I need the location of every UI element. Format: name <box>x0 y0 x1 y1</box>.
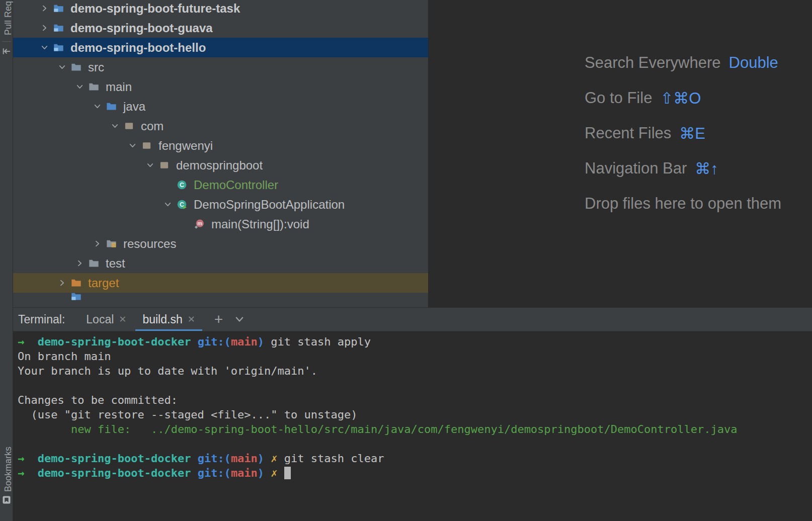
shortcut-keys: ⌘↑ <box>695 159 718 178</box>
folder-icon <box>89 258 106 269</box>
tree-row-main[interactable]: main <box>13 77 428 97</box>
resources-folder-icon <box>106 238 123 249</box>
chevron-down-icon[interactable] <box>141 161 159 169</box>
chevron-down-icon[interactable] <box>53 63 71 71</box>
term-seg-plain: git stash clear <box>284 452 384 465</box>
tree-row-test[interactable]: test <box>13 253 428 273</box>
chevron-right-icon[interactable] <box>53 279 71 287</box>
tree-row-label: demo-spring-boot-future-task <box>70 2 240 16</box>
chevron-down-icon[interactable] <box>123 141 141 150</box>
shortcut-label: Go to File <box>585 89 652 107</box>
close-icon[interactable]: ✕ <box>188 314 195 325</box>
tree-row-target[interactable]: target <box>13 273 428 293</box>
bookmarks-icon[interactable] <box>2 495 12 505</box>
term-seg-dirty: ✗ <box>271 452 284 465</box>
shortcut-hint: Drop files here to open them <box>585 186 781 221</box>
tree-row-fengwenyi[interactable]: fengwenyi <box>13 136 428 155</box>
tree-row-label: fengwenyi <box>158 139 213 153</box>
module-icon <box>71 293 88 300</box>
terminal-dropdown-button[interactable] <box>234 314 245 325</box>
term-seg-plain <box>191 452 197 465</box>
svg-text:C: C <box>180 182 184 189</box>
close-icon[interactable]: ✕ <box>119 314 126 325</box>
terminal-cursor[interactable] <box>284 467 291 479</box>
shortcut-label: Recent Files <box>585 124 671 142</box>
terminal-tab-build-sh[interactable]: build.sh✕ <box>134 308 203 331</box>
tree-row-java[interactable]: java <box>13 97 428 116</box>
tree-row-com[interactable]: com <box>13 116 428 136</box>
chevron-right-icon[interactable] <box>35 24 53 32</box>
chevron-right-icon[interactable] <box>70 259 89 268</box>
tab-label: build.sh <box>142 313 182 326</box>
terminal-tab-bar: Terminal: Local✕build.sh✕ + <box>13 307 812 331</box>
term-seg-dir: demo-spring-boot-docker <box>38 467 191 479</box>
module-icon <box>53 23 70 33</box>
terminal-line: Changes to be committed: <box>18 393 812 407</box>
class-icon: C <box>177 180 194 190</box>
shortcut-keys: ⌘E <box>679 124 705 143</box>
terminal-line: → demo-spring-boot-docker git:(main) ✗ g… <box>18 451 812 466</box>
tree-row-demospringboot[interactable]: demospringboot <box>13 155 428 175</box>
upper-area: demo-spring-boot-future-taskdemo-spring-… <box>13 0 812 307</box>
chevron-down-icon[interactable] <box>70 82 89 91</box>
tree-row-label: java <box>123 100 145 114</box>
new-terminal-button[interactable]: + <box>214 312 223 327</box>
tree-row-demospringbootapplication[interactable]: CDemoSpringBootApplication <box>13 195 428 214</box>
chevron-down-icon[interactable] <box>88 102 106 111</box>
svg-text:m: m <box>197 220 202 226</box>
dock-arrow-icon[interactable] <box>2 46 12 56</box>
term-seg-branch: main <box>231 335 258 348</box>
terminal-tab-local[interactable]: Local✕ <box>78 308 134 331</box>
toolwindow-button-pull-requests[interactable]: Pull Req <box>3 1 14 35</box>
tree-row-label: target <box>88 276 119 290</box>
strip-divider <box>2 41 11 42</box>
prompt-arrow: → <box>18 467 38 479</box>
tree-row-demo-spring-boot-future-task[interactable]: demo-spring-boot-future-task <box>13 0 428 18</box>
editor-empty-state: Search EverywhereDoubleGo to File⇧⌘ORece… <box>429 0 812 307</box>
left-toolwindow-strip: Pull Req Bookmarks <box>0 0 13 521</box>
terminal-line: → demo-spring-boot-docker git:(main) ✗ <box>18 466 812 480</box>
tree-row-resources[interactable]: resources <box>13 234 428 253</box>
package-icon <box>141 140 158 151</box>
ide-window: Pull Req Bookmarks demo-spring-boot-futu… <box>0 0 812 521</box>
term-seg-dirty: ✗ <box>271 467 284 479</box>
terminal-line: On branch main <box>18 349 812 364</box>
folder-icon <box>89 81 106 92</box>
chevron-down-icon[interactable] <box>106 122 124 130</box>
shortcut-hints: Search EverywhereDoubleGo to File⇧⌘ORece… <box>585 45 781 221</box>
module-icon <box>53 3 70 14</box>
term-seg-plain: git stash apply <box>271 335 371 348</box>
chevron-right-icon[interactable] <box>35 4 53 13</box>
tree-row-demo-spring-boot-guava[interactable]: demo-spring-boot-guava <box>13 18 428 38</box>
prompt-arrow: → <box>18 452 38 465</box>
shortcut-label: Navigation Bar <box>585 159 687 178</box>
term-seg-plain <box>191 467 197 479</box>
terminal-line: new file: ../demo-spring-boot-hello/src/… <box>18 422 812 437</box>
tree-row-demo-spring-boot-hello[interactable]: demo-spring-boot-hello <box>13 38 428 57</box>
term-seg-git: ) <box>258 467 271 479</box>
chevron-down-icon[interactable] <box>158 200 177 209</box>
terminal-output[interactable]: → demo-spring-boot-docker git:(main) git… <box>13 331 812 521</box>
shortcut-keys: ⇧⌘O <box>660 89 701 108</box>
term-seg-branch: main <box>231 452 258 465</box>
tree-row-label: test <box>106 256 125 271</box>
package-icon <box>124 121 141 131</box>
tree-row-src[interactable]: src <box>13 57 428 77</box>
chevron-right-icon[interactable] <box>88 239 106 248</box>
tree-row-label: demo-spring-boot-guava <box>70 21 213 35</box>
term-seg-plain: (use "git restore --staged <file>..." to… <box>18 408 358 421</box>
excluded-folder-icon <box>71 278 88 288</box>
tree-row-democontroller[interactable]: CDemoController <box>13 175 428 195</box>
toolwindow-button-bookmarks[interactable]: Bookmarks <box>3 447 14 492</box>
package-icon <box>159 160 176 170</box>
term-seg-dir: demo-spring-boot-docker <box>38 335 191 348</box>
term-seg-git: ) <box>258 452 271 465</box>
tree-row-label: demo-spring-boot-hello <box>70 41 206 55</box>
chevron-down-icon[interactable] <box>35 43 53 52</box>
terminal-panel: Terminal: Local✕build.sh✕ + → demo-sprin… <box>13 307 812 521</box>
term-seg-dir: demo-spring-boot-docker <box>38 452 191 465</box>
term-seg-plain: Your branch is up to date with 'origin/m… <box>18 365 317 377</box>
term-seg-git: ) <box>258 335 271 348</box>
tree-row-main-string-void[interactable]: mmain(String[]):void <box>13 214 428 234</box>
tree-row-partial[interactable] <box>13 293 428 300</box>
